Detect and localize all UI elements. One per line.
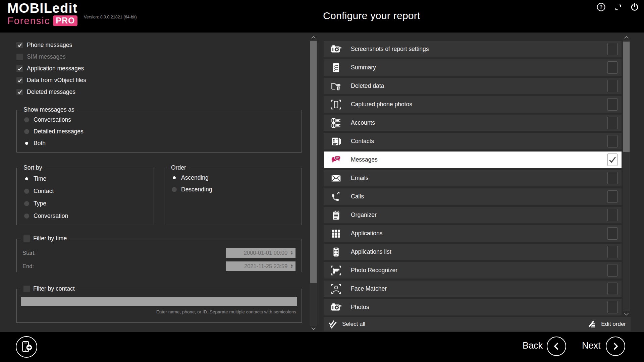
message-type-row-phone-messages: Phone messages: [16, 39, 86, 51]
next-button[interactable]: [606, 337, 625, 356]
filter-by-contact-legend: Filter by contact: [21, 285, 77, 292]
sort-by-group: Sort by TimeContactTypeConversation: [16, 168, 154, 225]
section-label: Screenshots of report settings: [351, 46, 429, 53]
filter-by-time-checkbox[interactable]: [23, 235, 30, 242]
scroll-down-icon[interactable]: [310, 326, 317, 331]
checked-checkbox[interactable]: [16, 77, 23, 83]
datetime-input-start[interactable]: 2000-01-01 00:00▲▼: [226, 248, 296, 258]
app-window: MOBILedit Forensic PRO Version: 8.0.0.21…: [0, 0, 644, 362]
checked-checkbox[interactable]: [16, 42, 23, 48]
back-button[interactable]: [547, 337, 566, 356]
contact-filter-input[interactable]: [21, 297, 297, 306]
scroll-down-icon[interactable]: [623, 312, 630, 317]
show-messages-as-radio-conversations[interactable]: [24, 117, 29, 122]
section-label: Applications list: [351, 248, 391, 255]
unchecked-checkbox[interactable]: [607, 61, 618, 74]
datetime-value: 2000-01-01 00:00: [244, 250, 287, 256]
radio-label: Conversation: [34, 213, 68, 220]
unchecked-checkbox[interactable]: [607, 246, 618, 258]
help-icon[interactable]: ?: [596, 2, 606, 12]
section-row-deleted-data[interactable]: Deleted data: [324, 78, 622, 94]
edit-order-button[interactable]: Edit order: [587, 319, 626, 329]
section-row-contacts[interactable]: Contacts: [324, 133, 622, 149]
section-label: Calls: [351, 193, 364, 200]
order-radio-ascending[interactable]: [172, 175, 177, 180]
section-row-emails[interactable]: Emails: [324, 170, 622, 186]
back-label[interactable]: Back: [523, 341, 543, 351]
message-type-label: Phone messages: [27, 42, 72, 49]
section-row-photos[interactable]: Photos: [324, 299, 622, 315]
select-all-label: Select all: [342, 321, 365, 327]
datetime-input-end[interactable]: 2021-11-25 23:59▲▼: [226, 261, 296, 271]
section-row-applications[interactable]: Applications: [324, 225, 622, 242]
message-type-row-application-messages: Application messages: [16, 63, 86, 74]
section-label: Accounts: [351, 119, 375, 126]
scrollbar-track[interactable]: [623, 41, 630, 311]
section-label: Messages: [351, 156, 378, 163]
scrollbar-thumb[interactable]: [310, 41, 317, 283]
contact-filter-hint: Enter name, phone, or ID. Separate multi…: [156, 309, 296, 314]
sort-by-legend: Sort by: [21, 164, 45, 171]
face-matcher-icon: [330, 283, 342, 295]
camera-icon: [330, 43, 342, 56]
unchecked-checkbox[interactable]: [607, 80, 618, 92]
unchecked-checkbox[interactable]: [607, 227, 618, 240]
power-icon[interactable]: [630, 2, 639, 12]
show-messages-as-radio-both[interactable]: [24, 141, 29, 146]
order-option-descending: Descending: [172, 184, 302, 195]
section-row-calls[interactable]: Calls: [324, 188, 622, 205]
checked-checkbox[interactable]: [16, 89, 23, 95]
header: MOBILedit Forensic PRO Version: 8.0.0.21…: [0, 0, 644, 33]
unchecked-checkbox[interactable]: [607, 135, 618, 147]
time-field-row-end: End:2021-11-25 23:59▲▼: [17, 261, 302, 271]
unchecked-checkbox[interactable]: [607, 209, 618, 221]
scroll-up-icon[interactable]: [623, 35, 630, 40]
unchecked-checkbox[interactable]: [607, 43, 618, 55]
checked-checkbox[interactable]: [16, 65, 23, 72]
unchecked-checkbox[interactable]: [607, 117, 618, 129]
add-phone-button[interactable]: [16, 336, 37, 358]
section-row-messages[interactable]: Messages: [324, 152, 622, 168]
section-row-face-matcher[interactable]: Face Matcher: [324, 281, 622, 297]
select-all-button[interactable]: Select all: [328, 319, 365, 329]
sort-by-radio-time[interactable]: [24, 176, 29, 181]
scroll-up-icon[interactable]: [310, 35, 317, 40]
section-row-photo-recognizer[interactable]: Photo Recognizer: [324, 262, 622, 279]
section-row-captured-phone-photos[interactable]: Captured phone photos: [324, 96, 622, 113]
sort-by-radio-contact[interactable]: [24, 189, 29, 194]
emails-icon: [330, 172, 342, 185]
message-type-label: Application messages: [27, 65, 84, 72]
order-radio-descending[interactable]: [172, 187, 177, 192]
unchecked-checkbox[interactable]: [607, 264, 618, 277]
section-row-applications-list[interactable]: Applications list: [324, 244, 622, 260]
unchecked-checkbox[interactable]: [607, 190, 618, 203]
sort-by-radio-type[interactable]: [24, 201, 29, 206]
filter-by-contact-checkbox[interactable]: [23, 286, 30, 292]
unchecked-checkbox[interactable]: [607, 172, 618, 184]
select-all-icon: [328, 319, 338, 329]
app-logo: MOBILedit Forensic PRO: [7, 1, 77, 26]
section-row-screenshots-of-report-settings[interactable]: Screenshots of report settings: [324, 41, 622, 57]
section-row-organizer[interactable]: Organizer: [324, 207, 622, 223]
next-label[interactable]: Next: [582, 341, 601, 351]
spinner-arrows-icon[interactable]: ▲▼: [290, 264, 293, 268]
scrollbar-thumb[interactable]: [623, 42, 630, 152]
time-field-row-start: Start:2000-01-01 00:00▲▼: [17, 248, 302, 258]
unchecked-checkbox[interactable]: [16, 54, 23, 60]
left-panel-scrollbar[interactable]: [310, 35, 317, 331]
show-messages-as-radio-detailed-messages[interactable]: [24, 129, 29, 134]
report-list-scrollbar[interactable]: [623, 35, 630, 317]
sort-by-options: TimeContactTypeConversation: [24, 173, 154, 222]
section-row-summary[interactable]: Summary: [324, 59, 622, 76]
unchecked-checkbox[interactable]: [607, 301, 618, 313]
unchecked-checkbox[interactable]: [607, 98, 618, 111]
section-row-accounts[interactable]: Accounts: [324, 115, 622, 131]
sort-by-radio-conversation[interactable]: [24, 214, 29, 219]
unchecked-checkbox[interactable]: [607, 283, 618, 295]
filter-by-contact-label: Filter by contact: [33, 285, 75, 292]
spinner-arrows-icon[interactable]: ▲▼: [290, 250, 293, 255]
section-label: Photo Recognizer: [351, 267, 397, 274]
checked-checkbox[interactable]: [607, 154, 618, 166]
restore-window-icon[interactable]: [614, 4, 622, 11]
scrollbar-track[interactable]: [310, 41, 317, 325]
